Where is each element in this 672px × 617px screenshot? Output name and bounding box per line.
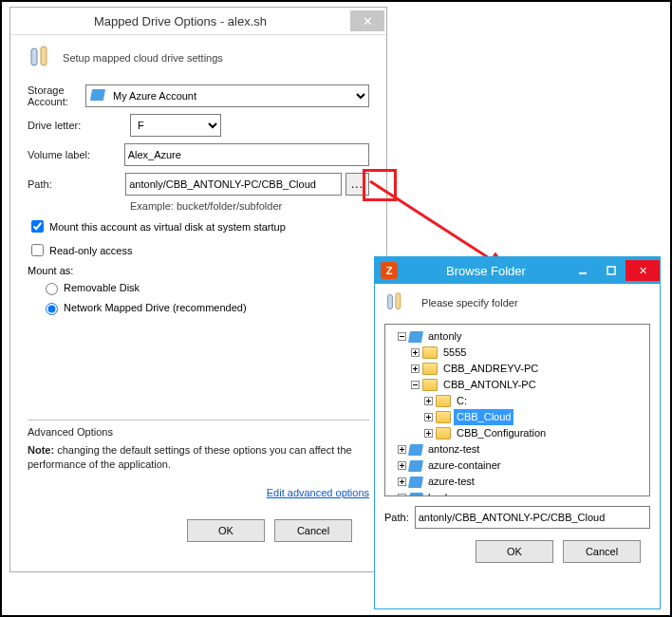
mount-as-label: Mount as: <box>28 265 369 276</box>
ok-button[interactable]: OK <box>476 540 553 563</box>
advanced-options-heading: Advanced Options <box>28 426 369 438</box>
dlg1-titlebar: Mapped Drive Options - alex.sh ✕ <box>10 8 386 35</box>
folder-icon <box>436 411 451 423</box>
drive-letter-label: Drive letter: <box>28 120 130 131</box>
tree-node-andreyv[interactable]: CBB_ANDREYV-PC <box>410 361 647 377</box>
svg-rect-1 <box>41 47 47 65</box>
dlg1-title: Mapped Drive Options - alex.sh <box>10 14 350 28</box>
browse-folder-dialog: Z Browse Folder ✕ Please specify folder <box>374 256 661 609</box>
settings-icon <box>384 291 405 314</box>
path-input[interactable] <box>415 506 650 529</box>
tree-node-antonz-test[interactable]: antonz-test <box>397 441 647 458</box>
expand-icon[interactable] <box>423 412 434 422</box>
volume-label-input[interactable] <box>124 143 369 166</box>
ok-button[interactable]: OK <box>187 519 265 542</box>
collapse-icon[interactable] <box>397 331 407 342</box>
tree-node-antonly[interactable]: antonly <box>397 328 647 345</box>
advanced-note-strong: Note: <box>28 444 54 456</box>
path-input[interactable] <box>125 173 342 196</box>
removable-disk-radio[interactable] <box>46 283 58 295</box>
folder-icon <box>422 363 438 375</box>
readonly-label: Read-only access <box>49 245 132 256</box>
container-icon <box>409 493 422 497</box>
drive-letter-select[interactable]: F <box>130 114 221 137</box>
container-icon <box>409 444 422 456</box>
tree-node-azure-test[interactable]: azure-test <box>397 474 647 490</box>
advanced-note: Note: changing the default settings of t… <box>28 443 369 472</box>
collapse-icon[interactable] <box>410 380 420 390</box>
mount-startup-label: Mount this account as virtual disk at sy… <box>49 221 286 233</box>
expand-icon[interactable] <box>397 460 407 471</box>
expand-icon[interactable] <box>397 493 407 496</box>
close-button[interactable]: ✕ <box>625 260 660 281</box>
minimize-button[interactable] <box>569 260 597 281</box>
cancel-button[interactable]: Cancel <box>563 540 641 563</box>
svg-rect-5 <box>387 294 392 308</box>
container-icon <box>409 331 422 343</box>
tree-node-cbb-cloud[interactable]: CBB_Cloud <box>423 409 647 425</box>
cancel-button[interactable]: Cancel <box>274 519 352 542</box>
expand-icon[interactable] <box>423 428 434 439</box>
storage-account-label: Storage Account: <box>28 84 85 107</box>
dlg2-subtitle: Please specify folder <box>421 297 518 308</box>
container-icon <box>409 477 422 488</box>
expand-icon[interactable] <box>410 364 420 374</box>
dlg2-titlebar: Z Browse Folder ✕ <box>375 257 660 284</box>
path-example: Example: bucket/folder/subfolder <box>130 200 369 212</box>
expand-icon[interactable] <box>397 477 407 487</box>
tree-node-azure-container[interactable]: azure-container <box>397 458 647 474</box>
storage-account-select[interactable]: My Azure Account <box>85 84 369 107</box>
tree-node-backup[interactable]: backup <box>397 490 647 496</box>
network-drive-radio[interactable] <box>46 303 58 315</box>
folder-icon <box>422 379 438 391</box>
mount-startup-checkbox[interactable] <box>31 220 44 233</box>
browse-button[interactable]: ... <box>345 173 369 196</box>
volume-label-label: Volume label: <box>28 149 124 160</box>
dlg2-title: Browse Folder <box>403 264 569 278</box>
network-drive-label: Network Mapped Drive (recommended) <box>64 302 247 313</box>
folder-icon <box>436 395 451 407</box>
tree-node-c-drive[interactable]: C: <box>423 393 647 409</box>
advanced-note-text: changing the default settings of these o… <box>28 444 352 470</box>
folder-icon <box>422 346 438 359</box>
svg-rect-6 <box>396 293 401 309</box>
path-label: Path: <box>384 512 409 523</box>
expand-icon[interactable] <box>423 396 434 406</box>
path-label: Path: <box>28 178 125 190</box>
tree-node-cbb-config[interactable]: CBB_Configuration <box>423 425 647 441</box>
edit-advanced-options-link[interactable]: Edit advanced options <box>267 487 369 498</box>
maximize-button[interactable] <box>597 260 625 281</box>
close-button[interactable]: ✕ <box>350 10 384 31</box>
container-icon <box>409 460 422 472</box>
folder-icon <box>436 427 451 439</box>
svg-rect-4 <box>607 267 615 274</box>
svg-rect-35 <box>399 495 406 497</box>
expand-icon[interactable] <box>397 444 407 455</box>
tree-node-antonly-pc[interactable]: CBB_ANTONLY-PC <box>410 377 647 393</box>
tree-node-5555[interactable]: 5555 <box>410 345 647 361</box>
settings-icon <box>28 45 52 71</box>
azure-icon <box>91 89 104 101</box>
readonly-checkbox[interactable] <box>31 244 44 256</box>
removable-disk-label: Removable Disk <box>64 282 140 293</box>
svg-rect-0 <box>31 48 37 65</box>
mapped-drive-options-dialog: Mapped Drive Options - alex.sh ✕ Setup m… <box>9 7 387 572</box>
app-icon: Z <box>381 262 398 279</box>
expand-icon[interactable] <box>410 347 420 358</box>
dlg1-subtitle: Setup mapped cloud drive settings <box>63 52 223 64</box>
folder-tree[interactable]: antonly 5555 CBB_ANDREYV-PC CBB_ANTONLY-… <box>384 324 650 496</box>
